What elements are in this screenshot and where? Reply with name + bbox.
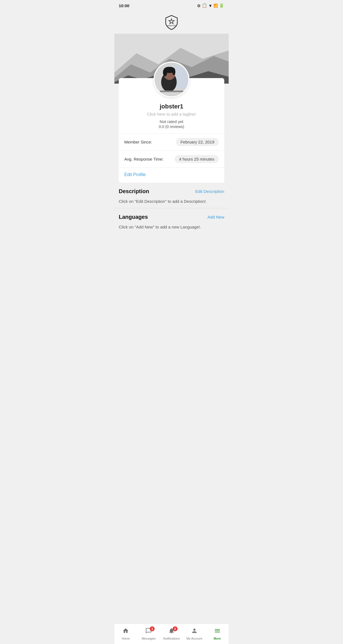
wifi-icon: ▼	[208, 3, 212, 8]
member-since-row: Member Since: February 22, 2019	[119, 134, 224, 151]
nav-messages[interactable]: 1 Messages	[137, 625, 160, 642]
main-content: jobster1 Click here to add a tagline! No…	[114, 34, 229, 256]
profile-rating-value: 0.0 (0 reviews)	[124, 124, 219, 129]
notifications-label: Notifications	[163, 637, 180, 640]
svg-rect-14	[160, 91, 183, 92]
languages-text: Click on "Add New" to add a new Language…	[119, 223, 224, 234]
languages-section: Languages Add New Click on "Add New" to …	[114, 208, 229, 234]
status-time: 10:00	[119, 3, 129, 8]
battery-icon: 🔋	[219, 3, 224, 8]
status-icons: 📋 ▼ 📶 🔋	[197, 3, 224, 8]
svg-point-12	[163, 69, 167, 76]
messages-badge: 1	[150, 626, 155, 631]
my-account-icon	[191, 627, 198, 636]
svg-point-13	[172, 69, 175, 75]
more-label: More	[213, 637, 221, 640]
description-title: Description	[119, 188, 149, 195]
more-icon	[214, 627, 221, 636]
profile-tagline[interactable]: Click here to add a tagline!	[124, 112, 219, 116]
avg-response-row: Avg. Response Time: 4 hours 25 minutes	[119, 151, 224, 168]
avatar	[154, 62, 189, 97]
home-icon	[122, 627, 129, 636]
nav-my-account[interactable]: My Account	[183, 625, 206, 642]
profile-card: jobster1 Click here to add a tagline! No…	[119, 78, 224, 183]
nav-notifications[interactable]: 2 Notifications	[160, 625, 183, 642]
member-since-label: Member Since:	[124, 140, 152, 144]
description-section: Description Edit Description Click on "E…	[114, 183, 229, 208]
avg-response-value: 4 hours 25 minutes	[175, 155, 219, 163]
signal-icon: 📶	[213, 4, 218, 8]
profile-info: jobster1 Click here to add a tagline! No…	[119, 100, 224, 129]
gear-icon	[197, 3, 201, 8]
profile-rating-label: Not rated yet	[124, 119, 219, 124]
messages-label: Messages	[142, 637, 155, 640]
languages-title: Languages	[119, 214, 148, 220]
svg-marker-0	[169, 19, 174, 24]
notifications-badge: 2	[173, 626, 178, 631]
add-language-button[interactable]: Add New	[207, 215, 224, 219]
nav-home[interactable]: Home	[114, 625, 137, 642]
status-bar: 10:00 📋 ▼ 📶 🔋	[114, 0, 229, 11]
avatar-wrapper	[119, 62, 224, 97]
nav-more[interactable]: More	[206, 625, 229, 642]
svg-text:JOBSTER: JOBSTER	[167, 25, 176, 26]
edit-profile-link[interactable]: Edit Profile	[119, 168, 151, 177]
app-header: JOBSTER	[114, 11, 229, 34]
languages-header: Languages Add New	[119, 214, 224, 220]
home-label: Home	[122, 637, 130, 640]
description-header: Description Edit Description	[119, 188, 224, 195]
description-text: Click on "Edit Description" to add a Des…	[119, 197, 224, 208]
member-since-value: February 22, 2019	[176, 138, 219, 146]
my-account-label: My Account	[186, 637, 202, 640]
edit-description-button[interactable]: Edit Description	[195, 189, 224, 194]
bottom-nav: Home 1 Messages 2 Notifications My Accou…	[114, 623, 229, 644]
edit-profile-button[interactable]: Edit Profile	[124, 172, 146, 177]
sd-card-icon: 📋	[202, 3, 207, 8]
logo: JOBSTER	[163, 14, 180, 30]
avg-response-label: Avg. Response Time:	[124, 157, 163, 161]
profile-username: jobster1	[124, 103, 219, 110]
stats-table: Member Since: February 22, 2019 Avg. Res…	[119, 133, 224, 168]
